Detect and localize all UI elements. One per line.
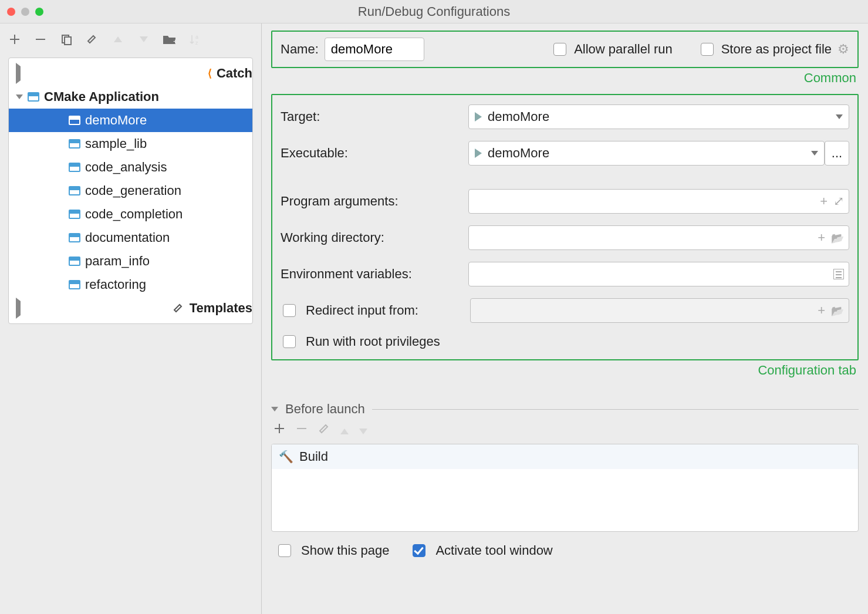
tree-item-code-completion[interactable]: code_completion (9, 203, 252, 226)
redirect-input-checkbox[interactable] (283, 304, 296, 317)
before-launch-list[interactable]: 🔨 Build (271, 444, 859, 532)
svg-text:a: a (195, 34, 198, 40)
redirect-input-field: + (470, 298, 849, 323)
expand-field-icon[interactable]: ⤢ (833, 194, 844, 209)
edit-templates-icon[interactable] (85, 32, 100, 47)
left-panel: + az ⟨ Catch CMake Application demoMore … (0, 23, 262, 614)
folder-browse-icon[interactable] (831, 230, 844, 245)
program-arguments-input[interactable]: + ⤢ (468, 189, 849, 214)
show-this-page-checkbox[interactable] (278, 544, 291, 557)
tree-node-catch[interactable]: ⟨ Catch (9, 62, 252, 85)
run-with-root-checkbox[interactable] (283, 335, 296, 348)
tree-label: documentation (85, 230, 170, 245)
allow-parallel-run-label: Allow parallel run (574, 42, 673, 57)
chevron-down-icon (811, 151, 818, 156)
application-icon (69, 186, 80, 195)
wrench-icon (172, 301, 185, 316)
tree-label: refactoring (85, 277, 146, 292)
run-target-icon (475, 149, 482, 158)
window-close-icon[interactable] (7, 8, 15, 16)
application-icon (69, 257, 80, 266)
configuration-section: Target: demoMore Executable: demoMore ..… (271, 94, 859, 360)
expand-icon[interactable] (16, 63, 203, 84)
window-zoom-icon[interactable] (35, 8, 43, 16)
window-titlebar: Run/Debug Configurations (0, 0, 868, 23)
tree-item-param-info[interactable]: param_info (9, 249, 252, 273)
activate-tool-window-checkbox[interactable] (413, 544, 425, 557)
configurations-toolbar: + az (0, 23, 261, 55)
chevron-down-icon (836, 114, 843, 119)
tree-node-templates[interactable]: Templates (9, 296, 252, 320)
before-launch-item-build[interactable]: 🔨 Build (272, 444, 858, 469)
environment-variables-label: Environment variables: (281, 266, 468, 282)
configurations-tree[interactable]: ⟨ Catch CMake Application demoMore sampl… (8, 58, 253, 324)
more-label: ... (832, 146, 842, 161)
sort-alphabetically-icon: az (188, 32, 203, 47)
target-label: Target: (281, 109, 468, 124)
configuration-section-label: Configuration tab (271, 363, 856, 378)
executable-value: demoMore (488, 146, 549, 161)
hammer-icon: 🔨 (279, 450, 293, 464)
svg-text:z: z (195, 40, 198, 45)
tree-label: code_analysis (85, 160, 167, 175)
before-launch-label: Before launch (285, 402, 365, 417)
executable-select[interactable]: demoMore (468, 141, 825, 166)
tree-item-code-analysis[interactable]: code_analysis (9, 156, 252, 179)
tree-label: sample_lib (85, 136, 147, 151)
insert-macro-icon[interactable]: + (818, 230, 825, 245)
application-icon (69, 163, 80, 172)
move-down-icon (136, 32, 151, 47)
remove-configuration-icon[interactable] (33, 32, 48, 47)
add-configuration-icon[interactable] (7, 32, 22, 47)
collapse-icon[interactable] (271, 407, 278, 411)
store-as-project-file-checkbox[interactable] (701, 43, 714, 56)
show-this-page-label: Show this page (301, 543, 389, 558)
right-panel: Name: Allow parallel run Store as projec… (262, 23, 868, 614)
edit-env-vars-icon[interactable] (833, 269, 844, 279)
folder-add-icon[interactable]: + (162, 32, 177, 47)
run-with-root-label: Run with root privileges (306, 334, 440, 349)
name-input[interactable] (325, 38, 424, 61)
tree-item-demomore[interactable]: demoMore (9, 109, 252, 132)
allow-parallel-run-checkbox[interactable] (553, 43, 566, 56)
application-icon (69, 233, 80, 242)
copy-configuration-icon[interactable] (59, 32, 74, 47)
svg-rect-1 (65, 37, 71, 45)
before-launch-toolbar (271, 417, 859, 444)
tree-label: code_completion (85, 207, 183, 222)
executable-browse-button[interactable]: ... (825, 141, 849, 166)
move-task-down-icon (359, 423, 367, 438)
before-launch-item-label: Build (299, 449, 328, 464)
program-arguments-label: Program arguments: (281, 194, 468, 209)
application-icon (69, 280, 80, 289)
window-minimize-icon (21, 8, 29, 16)
application-icon (28, 92, 39, 102)
collapse-icon[interactable] (16, 95, 23, 99)
name-label: Name: (281, 42, 319, 57)
run-target-icon (475, 112, 482, 122)
working-directory-input[interactable]: + (468, 225, 849, 250)
environment-variables-input[interactable] (468, 262, 849, 286)
tree-label: demoMore (85, 113, 147, 128)
tree-item-code-generation[interactable]: code_generation (9, 179, 252, 203)
target-select[interactable]: demoMore (468, 104, 849, 129)
before-launch-section: Before launch 🔨 Build Show this page (271, 402, 859, 559)
target-value: demoMore (488, 109, 549, 124)
tree-item-documentation[interactable]: documentation (9, 226, 252, 249)
tree-label: code_generation (85, 183, 181, 198)
add-task-icon[interactable] (273, 423, 285, 438)
tree-item-sample-lib[interactable]: sample_lib (9, 132, 252, 156)
move-task-up-icon (340, 423, 349, 438)
edit-task-icon (318, 423, 330, 438)
working-directory-label: Working directory: (281, 230, 468, 245)
common-section-label: Common (271, 70, 856, 86)
window-title: Run/Debug Configurations (0, 4, 868, 19)
catch-icon: ⟨ (208, 67, 212, 80)
tree-item-refactoring[interactable]: refactoring (9, 273, 252, 296)
insert-macro-icon[interactable]: + (820, 194, 828, 209)
svg-text:+: + (173, 38, 177, 45)
activate-tool-window-label: Activate tool window (435, 543, 552, 558)
expand-icon[interactable] (16, 298, 167, 319)
gear-icon[interactable]: ⚙ (837, 42, 849, 57)
tree-node-cmake-application[interactable]: CMake Application (9, 85, 252, 109)
